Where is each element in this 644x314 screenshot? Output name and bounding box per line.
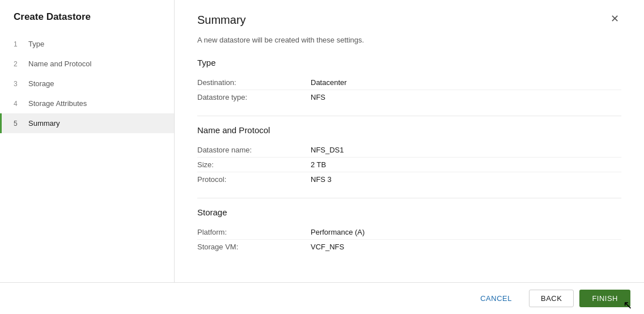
table-row: Datastore type: NFS: [197, 90, 621, 104]
row-value: NFS: [311, 93, 325, 101]
page-title: Summary: [197, 14, 246, 27]
sidebar-item-summary[interactable]: 5 Summary: [0, 113, 174, 133]
info-table-1: Datastore name: NFS_DS1 Size: 2 TB Proto…: [197, 143, 621, 186]
table-row: Destination: Datacenter: [197, 75, 621, 90]
step-label: Name and Protocol: [28, 60, 91, 68]
sidebar-item-name-and-protocol[interactable]: 2 Name and Protocol: [0, 54, 174, 74]
step-label: Type: [28, 40, 44, 48]
step-label: Storage: [28, 79, 54, 88]
dialog-body: Create Datastore 1 Type 2 Name and Proto…: [0, 0, 644, 282]
step-number: 4: [14, 100, 22, 108]
row-value: 2 TB: [311, 160, 326, 169]
section-divider: [197, 116, 621, 116]
create-datastore-dialog: Create Datastore 1 Type 2 Name and Proto…: [0, 0, 644, 314]
section-divider: [197, 198, 621, 198]
table-row: Platform: Performance (A): [197, 225, 621, 240]
sidebar-item-storage-attributes[interactable]: 4 Storage Attributes: [0, 94, 174, 113]
main-header: Summary ✕: [197, 14, 621, 27]
step-number: 2: [14, 60, 22, 68]
row-label: Datastore name:: [197, 146, 311, 154]
row-label: Protocol:: [197, 175, 311, 184]
row-label: Platform:: [197, 228, 311, 236]
finish-button[interactable]: FINISH: [579, 290, 630, 307]
table-row: Protocol: NFS 3: [197, 172, 621, 186]
info-table-0: Destination: Datacenter Datastore type: …: [197, 75, 621, 104]
dialog-footer: CANCEL BACK FINISH ↖: [0, 282, 644, 314]
table-row: Storage VM: VCF_NFS: [197, 240, 621, 254]
sidebar-item-storage[interactable]: 3 Storage: [0, 74, 174, 94]
close-button[interactable]: ✕: [608, 14, 621, 24]
back-button[interactable]: BACK: [529, 290, 574, 307]
row-label: Datastore type:: [197, 93, 311, 101]
cancel-button[interactable]: CANCEL: [469, 290, 523, 307]
row-value: Datacenter: [311, 78, 347, 87]
step-number: 5: [14, 120, 22, 128]
section-title-0: Type: [197, 58, 621, 67]
sidebar: Create Datastore 1 Type 2 Name and Proto…: [0, 0, 175, 282]
dialog-title: Create Datastore: [0, 11, 174, 34]
section-title-1: Name and Protocol: [197, 125, 621, 135]
sidebar-item-type[interactable]: 1 Type: [0, 34, 174, 54]
step-label: Summary: [28, 119, 60, 128]
section-title-2: Storage: [197, 207, 621, 217]
row-value: NFS 3: [311, 175, 332, 184]
summary-subtitle: A new datastore will be created with the…: [197, 36, 621, 44]
info-table-2: Platform: Performance (A) Storage VM: VC…: [197, 225, 621, 254]
row-value: VCF_NFS: [311, 243, 344, 251]
row-label: Size:: [197, 160, 311, 169]
step-number: 1: [14, 40, 22, 48]
table-row: Datastore name: NFS_DS1: [197, 143, 621, 158]
row-label: Destination:: [197, 78, 311, 87]
row-value: Performance (A): [311, 228, 365, 236]
table-row: Size: 2 TB: [197, 158, 621, 172]
main-content: Summary ✕ A new datastore will be create…: [175, 0, 644, 282]
row-label: Storage VM:: [197, 243, 311, 251]
finish-button-wrapper: FINISH ↖: [579, 290, 630, 307]
row-value: NFS_DS1: [311, 146, 344, 154]
step-number: 3: [14, 80, 22, 88]
step-label: Storage Attributes: [28, 99, 87, 108]
